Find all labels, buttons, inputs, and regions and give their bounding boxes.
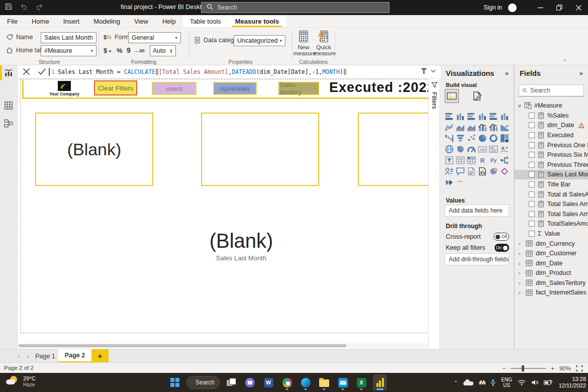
field-checkbox[interactable] xyxy=(529,171,535,177)
decomposition-tree-icon[interactable] xyxy=(499,155,510,166)
thousands-separator-button[interactable]: 9 xyxy=(127,46,131,54)
chevron-right-icon[interactable]: › xyxy=(519,250,523,256)
app-indicator-icon[interactable]: ıMı xyxy=(479,379,485,385)
filled-map-icon[interactable] xyxy=(455,144,466,155)
collapse-ribbon-icon[interactable]: ⌃ xyxy=(563,59,567,64)
measure-item[interactable]: Σ dim_Date xyxy=(515,121,588,131)
undo-icon[interactable] xyxy=(20,4,28,12)
next-page-icon[interactable]: › xyxy=(27,352,29,360)
currency-format-button[interactable]: $ ▾ xyxy=(104,47,111,54)
hundred-stacked-column-chart-icon[interactable] xyxy=(499,111,510,122)
measure-item[interactable]: Σ Previous Three ... xyxy=(515,160,588,170)
measure-item[interactable]: Σ Executed xyxy=(515,130,588,140)
page-2-tab[interactable]: Page 2 xyxy=(58,349,91,363)
chat-icon[interactable] xyxy=(243,374,257,390)
pie-chart-icon[interactable] xyxy=(477,133,488,144)
commit-formula-icon[interactable] xyxy=(38,68,46,76)
format-visual-icon[interactable] xyxy=(471,90,483,102)
volume-icon[interactable] xyxy=(531,379,538,385)
matrix-icon[interactable] xyxy=(466,155,477,166)
field-checkbox[interactable] xyxy=(529,231,535,237)
measure-item[interactable]: Σ Sales Last Month xyxy=(515,170,588,180)
scrollbar-thumb[interactable] xyxy=(19,344,346,347)
table-item[interactable]: › fact_InternetSales xyxy=(515,288,588,298)
sign-in-link[interactable]: Sign in xyxy=(483,4,502,11)
field-checkbox[interactable] xyxy=(529,152,535,158)
decimal-places-button[interactable]: →.00 xyxy=(134,48,145,53)
add-drill-through-fields-well[interactable]: Add drill-through fields here xyxy=(445,253,509,265)
measure-item[interactable]: Σ Total Sales Amo... xyxy=(515,209,588,219)
stacked-area-chart-icon[interactable] xyxy=(466,122,477,133)
measure-item[interactable]: Σ Value xyxy=(515,229,588,239)
pen-battery-icon[interactable] xyxy=(544,379,553,385)
table-item[interactable]: › dim_SalesTeritory xyxy=(515,278,588,288)
measure-item[interactable]: Σ %Sales xyxy=(515,111,588,121)
ribbon-tab[interactable]: Measure tools xyxy=(228,15,286,27)
previous-page-icon[interactable]: ‹ xyxy=(18,352,20,360)
table-icon[interactable] xyxy=(455,155,466,166)
quick-measure-button[interactable]: Quick measure xyxy=(314,30,334,56)
table-item[interactable]: › dim_Currency xyxy=(515,239,588,249)
wifi-icon[interactable] xyxy=(518,379,526,385)
start-button[interactable] xyxy=(168,374,182,390)
measure-item[interactable]: Σ TotalSalesAmou... xyxy=(515,219,588,229)
kpi-icon[interactable]: A xyxy=(499,144,510,155)
measure-item[interactable]: Σ Total Sales Amo... xyxy=(515,199,588,209)
slicer-icon[interactable] xyxy=(444,155,455,166)
field-checkbox[interactable] xyxy=(529,211,535,217)
close-button[interactable] xyxy=(569,0,588,15)
python-visual-icon[interactable]: Py xyxy=(488,155,499,166)
weather-widget[interactable]: 29°C Haze xyxy=(6,375,36,388)
field-checkbox[interactable] xyxy=(529,181,535,187)
stacked-bar-chart-icon[interactable] xyxy=(444,111,455,122)
mail-icon[interactable] xyxy=(336,374,350,390)
power-bi-icon[interactable] xyxy=(373,374,387,390)
card-icon[interactable]: 123 xyxy=(477,144,488,155)
more-options-icon[interactable]: ··· xyxy=(455,177,466,188)
qa-visual-icon[interactable] xyxy=(455,166,466,177)
new-measure-button[interactable]: New measure xyxy=(293,30,314,56)
ribbon-tab[interactable]: Help xyxy=(155,15,183,27)
clustered-bar-chart-icon[interactable] xyxy=(466,111,477,122)
onedrive-icon[interactable] xyxy=(463,379,473,385)
table-item[interactable]: › dim_Date xyxy=(515,258,588,268)
restore-button[interactable] xyxy=(550,0,569,15)
selected-visual-card-icon[interactable] xyxy=(445,89,459,103)
line-chart-icon[interactable] xyxy=(444,122,455,133)
area-chart-icon[interactable] xyxy=(455,122,466,133)
treemap-icon[interactable] xyxy=(499,133,510,144)
fields-search-input[interactable] xyxy=(530,87,580,94)
formula-bar[interactable]: 1 Sales Last Month = CALCULATE([Total Sa… xyxy=(18,65,440,79)
measure-item[interactable]: Σ Previous One M... xyxy=(515,140,588,150)
report-canvas[interactable]: Your Company Clear Filtersuserscurrencie… xyxy=(18,79,428,349)
measure-name-input[interactable] xyxy=(41,32,96,43)
formula-options-icon[interactable] xyxy=(421,68,427,74)
line-and-clustered-column-chart-icon[interactable] xyxy=(488,122,499,133)
table-item[interactable]: › dim_Product xyxy=(515,268,588,278)
arcgis-map-icon[interactable] xyxy=(488,166,499,177)
cancel-formula-icon[interactable] xyxy=(23,68,30,77)
field-checkbox[interactable] xyxy=(529,132,535,138)
page-1-tab[interactable]: Page 1 xyxy=(32,349,58,363)
chevron-right-icon[interactable]: › xyxy=(519,270,523,276)
ribbon-tab[interactable]: File xyxy=(0,15,25,27)
kpi-card-1[interactable]: (Blank) xyxy=(35,113,153,186)
data-category-select[interactable]: Uncategorized▾ xyxy=(234,35,285,46)
gauge-icon[interactable] xyxy=(466,144,477,155)
fit-to-page-icon[interactable] xyxy=(576,365,583,371)
chevron-right-icon[interactable]: › xyxy=(519,260,523,266)
model-view-icon[interactable] xyxy=(4,119,14,129)
field-checkbox[interactable] xyxy=(529,201,535,207)
keep-all-filters-toggle[interactable]: On xyxy=(495,244,509,252)
report-filter-button[interactable]: Sales territory xyxy=(278,82,319,95)
clustered-column-chart-icon[interactable] xyxy=(477,111,488,122)
chrome-icon[interactable] xyxy=(280,374,294,390)
ribbon-tab[interactable]: Table tools xyxy=(183,15,228,27)
funnel-chart-icon[interactable] xyxy=(455,133,466,144)
edge-icon[interactable] xyxy=(299,374,313,390)
field-checkbox[interactable] xyxy=(529,113,535,119)
file-explorer-icon[interactable] xyxy=(317,374,331,390)
ribbon-tab[interactable]: View xyxy=(127,15,155,27)
report-view-icon[interactable] xyxy=(4,68,14,78)
microphone-icon[interactable] xyxy=(491,379,496,386)
